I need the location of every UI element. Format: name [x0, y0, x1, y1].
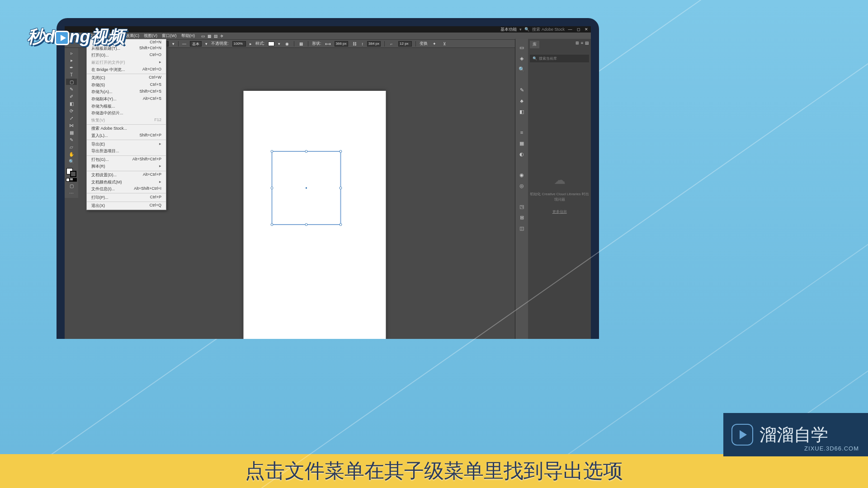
edit-toolbar[interactable]: ⋯: [66, 190, 77, 196]
swatches-icon[interactable]: ◧: [518, 108, 526, 116]
graphic-styles-icon[interactable]: ◎: [518, 182, 526, 190]
resize-handle[interactable]: [339, 150, 342, 153]
menu-item[interactable]: 在 Bridge 中浏览...Alt+Ctrl+O: [87, 66, 166, 73]
lib-grid-icon[interactable]: ⊞: [576, 41, 579, 45]
pathfinder-icon[interactable]: ◫: [518, 224, 526, 232]
resize-handle[interactable]: [270, 150, 273, 153]
isolate-icon[interactable]: ⊻: [441, 41, 448, 47]
menu-item[interactable]: 文档设置(D)...Alt+Ctrl+P: [87, 172, 166, 179]
screen-mode[interactable]: ▢: [66, 183, 77, 189]
menu-item[interactable]: 打开(O)...Ctrl+O: [87, 52, 166, 59]
layers-icon[interactable]: ◈: [518, 54, 526, 62]
menu-item[interactable]: 存储副本(Y)...Alt+Ctrl+S: [87, 96, 166, 103]
eraser-tool[interactable]: ◧: [66, 100, 77, 107]
menu-window[interactable]: 窗口(W): [160, 33, 179, 39]
align-icon[interactable]: ▦: [298, 41, 304, 47]
zoom-tool[interactable]: 🔍: [66, 158, 77, 164]
width-input[interactable]: [335, 41, 348, 47]
pen-tool[interactable]: ✒: [66, 64, 77, 70]
color-icon[interactable]: ▦: [518, 139, 526, 147]
play-icon: [731, 424, 753, 446]
lib-list-icon[interactable]: ≡: [581, 41, 583, 45]
brushes-icon[interactable]: ✎: [518, 86, 526, 94]
stock-search[interactable]: 搜索 Adobe Stock: [532, 27, 565, 33]
rotate-tool[interactable]: ⟳: [66, 108, 77, 114]
lib-menu-icon[interactable]: ▤: [585, 41, 589, 45]
library-search[interactable]: 🔍 搜索当前库: [530, 55, 589, 62]
menu-item[interactable]: 文档颜色模式(M)▸: [87, 178, 166, 186]
liuliu-logo: 溜溜自学 ZIXUE.3D66.COM: [723, 413, 868, 456]
shape-label: 形状:: [312, 41, 321, 47]
globe-icon[interactable]: ◉: [284, 41, 290, 47]
brush-tool[interactable]: ✎: [66, 86, 77, 92]
transform-label[interactable]: 变换: [420, 41, 428, 47]
direct-select-tool[interactable]: ▸: [66, 57, 77, 63]
gradient-icon[interactable]: ◐: [518, 150, 526, 158]
menu-item[interactable]: 存储为(A)...Shift+Ctrl+S: [87, 89, 166, 96]
stroke-icon[interactable]: ≡: [518, 128, 526, 136]
menu-item[interactable]: 存储(S)Ctrl+S: [87, 82, 166, 89]
menu-item[interactable]: 关闭(C)Ctrl+W: [87, 75, 166, 82]
transform-icon[interactable]: ✦: [431, 41, 438, 47]
style-swatch[interactable]: [268, 42, 274, 46]
layout-icon[interactable]: ▦: [206, 33, 212, 39]
menu-effect[interactable]: 效果(C): [123, 33, 142, 39]
menu-item[interactable]: 存储为模板...: [87, 103, 166, 110]
shaper-tool[interactable]: ✐: [66, 93, 77, 99]
symbols-icon[interactable]: ♣: [518, 97, 526, 105]
menu-item[interactable]: 脚本(R)▸: [87, 163, 166, 170]
search-icon: 🔍: [533, 56, 537, 61]
more-info-link[interactable]: 更多信息: [530, 209, 589, 215]
menu-item[interactable]: 文件信息(I)...Alt+Shift+Ctrl+I: [87, 186, 166, 193]
fill-stroke[interactable]: [66, 168, 76, 177]
resize-handle[interactable]: [305, 223, 307, 226]
brush-style[interactable]: 基本: [190, 41, 202, 47]
minimize-button[interactable]: —: [567, 27, 573, 32]
corner-icon[interactable]: ⌐: [388, 41, 395, 47]
type-tool[interactable]: T: [66, 71, 77, 78]
resize-handle[interactable]: [270, 223, 273, 226]
appearance-icon[interactable]: ◉: [518, 171, 526, 179]
library-tab[interactable]: 库: [530, 41, 539, 48]
corner-input[interactable]: [398, 41, 412, 47]
eyedropper-tool[interactable]: ✎: [66, 136, 77, 143]
menu-view[interactable]: 视图(V): [142, 33, 160, 39]
menu-item[interactable]: 打印(P)...Ctrl+P: [87, 194, 166, 201]
menu-item[interactable]: 置入(L)...Shift+Ctrl+P: [87, 132, 166, 140]
close-button[interactable]: ✕: [584, 27, 589, 32]
properties-icon[interactable]: ▭: [518, 43, 526, 52]
color-mode-row[interactable]: [66, 178, 77, 182]
transform-panel-icon[interactable]: ◳: [518, 202, 526, 211]
libraries-icon[interactable]: 🔍: [518, 65, 526, 73]
menu-item[interactable]: 搜索 Adobe Stock...: [87, 125, 166, 132]
cloud-icon[interactable]: ▭: [200, 33, 206, 39]
menu-item[interactable]: 导出所选项目...: [87, 148, 166, 155]
menu-item[interactable]: 打包(G)...Alt+Shift+Ctrl+P: [87, 156, 166, 164]
resize-handle[interactable]: [339, 223, 342, 226]
hand-tool[interactable]: ✋: [66, 151, 77, 157]
opacity-input[interactable]: [232, 41, 246, 47]
rectangle-tool[interactable]: ▢: [66, 79, 77, 85]
artboard[interactable]: [243, 91, 386, 339]
selected-rectangle[interactable]: [271, 151, 341, 225]
menu-item[interactable]: 存储选中的切片...: [87, 110, 166, 117]
align-panel-icon[interactable]: ⊞: [518, 213, 526, 221]
height-input[interactable]: [367, 41, 381, 47]
workspace-switcher[interactable]: 基本功能: [500, 27, 517, 33]
maximize-button[interactable]: ◻: [576, 27, 581, 32]
arrange-icon[interactable]: ▤: [212, 33, 219, 39]
menu-item[interactable]: 退出(X)Ctrl+Q: [87, 202, 166, 210]
resize-handle[interactable]: [339, 187, 342, 189]
artboard-tool[interactable]: ▱: [66, 144, 77, 150]
resize-handle[interactable]: [270, 187, 273, 189]
resize-handle[interactable]: [305, 150, 307, 153]
scale-tool[interactable]: ⤢: [66, 115, 77, 121]
menu-item[interactable]: 导出(E)▸: [87, 141, 166, 148]
link-wh-icon[interactable]: ⛓: [352, 41, 358, 47]
search-icon[interactable]: 🔍: [524, 27, 529, 32]
menu-help[interactable]: 帮助(H): [179, 33, 198, 39]
gradient-tool[interactable]: ▦: [66, 129, 77, 136]
selection-tool[interactable]: ▹: [66, 50, 77, 56]
send-icon[interactable]: ✈: [219, 33, 225, 39]
width-tool[interactable]: ⋈: [66, 122, 77, 128]
